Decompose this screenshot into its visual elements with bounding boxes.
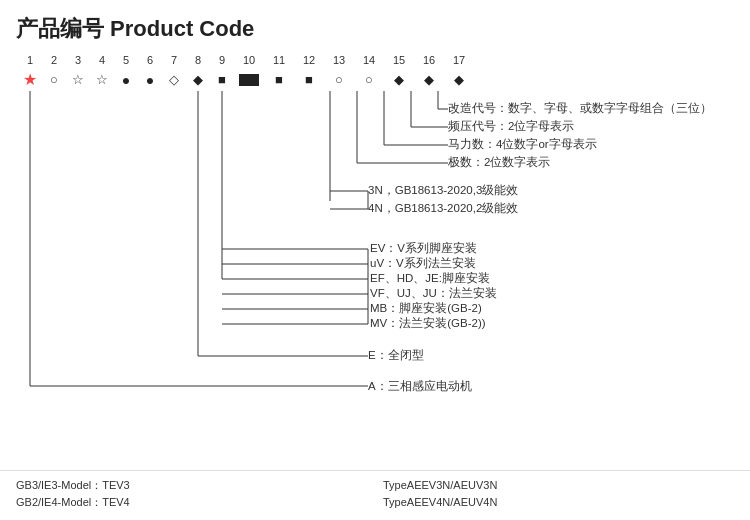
sym-2: ○ (42, 72, 66, 87)
label-poles: 极数：2位数字表示 (448, 155, 550, 170)
label-ev: EV：V系列脚座安装 (370, 241, 477, 256)
page-title: 产品编号 Product Code (0, 0, 750, 54)
sym-5: ● (114, 72, 138, 88)
sym-7: ◇ (162, 72, 186, 87)
note-type4: TypeAEEV4N/AEUV4N (383, 494, 734, 512)
label-mb: MB：脚座安装(GB-2) (370, 301, 482, 316)
sym-16: ◆ (414, 72, 444, 87)
note-gb3: GB3/IE3-Model：TEV3 (16, 477, 367, 495)
num-8: 8 (186, 54, 210, 66)
lines-area: 改造代号：数字、字母、或数字字母组合（三位） 频压代号：2位字母表示 马力数：4… (16, 91, 734, 431)
num-17: 17 (444, 54, 474, 66)
sym-8: ◆ (186, 72, 210, 87)
number-row: 1 2 3 4 5 6 7 8 9 10 11 12 13 14 15 16 1… (16, 54, 734, 66)
sym-6: ● (138, 72, 162, 88)
symbol-row: ★ ○ ☆ ☆ ● ● ◇ ◆ ■ ■ ■ ○ ○ ◆ ◆ ◆ (16, 70, 734, 89)
label-vf: VF、UJ、JU：法兰安装 (370, 286, 497, 301)
label-3n: 3N，GB18613-2020,3级能效 (368, 183, 518, 198)
label-uv: uV：V系列法兰安装 (370, 256, 476, 271)
num-10: 10 (234, 54, 264, 66)
note-type3: TypeAEEV3N/AEUV3N (383, 477, 734, 495)
num-5: 5 (114, 54, 138, 66)
num-14: 14 (354, 54, 384, 66)
num-12: 12 (294, 54, 324, 66)
num-15: 15 (384, 54, 414, 66)
bottom-notes: GB3/IE3-Model：TEV3 GB2/IE4-Model：TEV4 Ty… (0, 470, 750, 512)
num-9: 9 (210, 54, 234, 66)
label-4n: 4N，GB18613-2020,2级能效 (368, 201, 518, 216)
num-4: 4 (90, 54, 114, 66)
num-3: 3 (66, 54, 90, 66)
sym-17: ◆ (444, 72, 474, 87)
diagram-area: 1 2 3 4 5 6 7 8 9 10 11 12 13 14 15 16 1… (16, 54, 734, 431)
label-a: A：三相感应电动机 (368, 379, 472, 394)
num-16: 16 (414, 54, 444, 66)
sym-13: ○ (324, 72, 354, 87)
sym-9: ■ (210, 72, 234, 87)
sym-12: ■ (294, 72, 324, 87)
label-mv: MV：法兰安装(GB-2)) (370, 316, 486, 331)
label-hp: 马力数：4位数字or字母表示 (448, 137, 597, 152)
sym-14: ○ (354, 72, 384, 87)
label-revision: 改造代号：数字、字母、或数字字母组合（三位） (448, 101, 712, 116)
num-7: 7 (162, 54, 186, 66)
bottom-left: GB3/IE3-Model：TEV3 GB2/IE4-Model：TEV4 (16, 477, 367, 512)
sym-11: ■ (264, 72, 294, 87)
num-11: 11 (264, 54, 294, 66)
sym-1: ★ (18, 70, 42, 89)
num-2: 2 (42, 54, 66, 66)
num-1: 1 (18, 54, 42, 66)
sym-3: ☆ (66, 72, 90, 87)
num-6: 6 (138, 54, 162, 66)
sym-10 (234, 73, 264, 87)
label-e: E：全闭型 (368, 348, 424, 363)
sym-4: ☆ (90, 72, 114, 87)
sym-15: ◆ (384, 72, 414, 87)
num-13: 13 (324, 54, 354, 66)
note-gb2: GB2/IE4-Model：TEV4 (16, 494, 367, 512)
svg-rect-0 (239, 74, 259, 86)
label-freq: 频压代号：2位字母表示 (448, 119, 574, 134)
bottom-right: TypeAEEV3N/AEUV3N TypeAEEV4N/AEUV4N (383, 477, 734, 512)
label-ef: EF、HD、JE:脚座安装 (370, 271, 490, 286)
